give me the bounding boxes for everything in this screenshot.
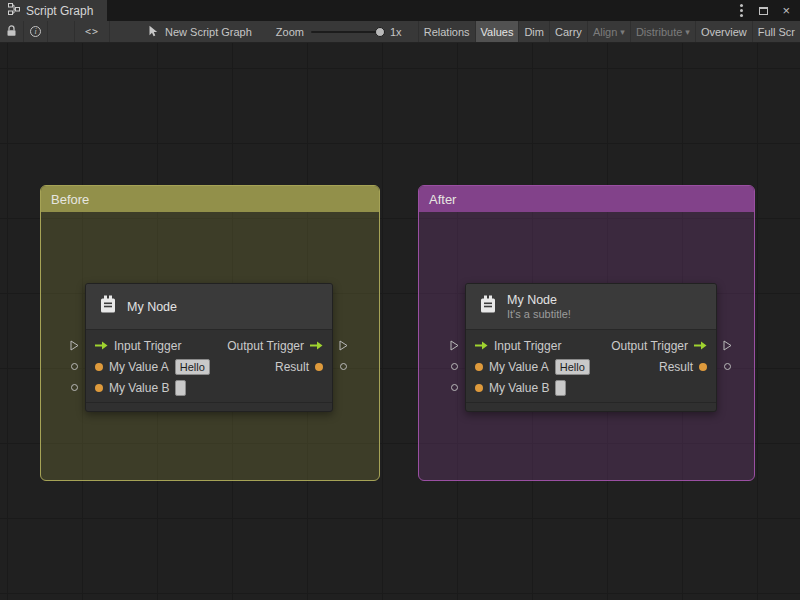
value-b-label: My Value B <box>489 381 549 395</box>
node-subtitle: It's a subtitle! <box>507 308 571 320</box>
graph-pointer-icon <box>148 25 159 39</box>
value-b-label: My Value B <box>109 381 169 395</box>
code-icon: <> <box>85 26 99 37</box>
node-ports: Input Trigger Output Trigger My Value A … <box>466 330 716 402</box>
zoom-slider-thumb[interactable] <box>375 27 385 37</box>
external-trigger-in-port-icon[interactable] <box>450 340 459 351</box>
node-footer <box>466 402 716 411</box>
inspect-button[interactable]: i <box>24 21 48 42</box>
close-icon[interactable]: × <box>782 4 790 17</box>
group-before-header[interactable]: Before <box>41 186 379 212</box>
result-label: Result <box>275 360 309 374</box>
node-title: My Node <box>127 300 177 314</box>
external-value-a-port-icon[interactable] <box>451 363 458 370</box>
result-label: Result <box>659 360 693 374</box>
titlebar: Script Graph × <box>0 0 800 21</box>
distribute-label: Distribute <box>636 26 682 38</box>
input-trigger-label: Input Trigger <box>494 339 561 353</box>
value-a-label: My Value A <box>109 360 169 374</box>
external-result-port-icon[interactable] <box>340 363 347 370</box>
external-trigger-out-port-icon[interactable] <box>339 340 348 351</box>
more-menu-icon[interactable] <box>740 9 743 12</box>
graph-name: New Script Graph <box>165 26 252 38</box>
port-row-trigger: Input Trigger Output Trigger <box>86 335 332 356</box>
input-trigger-label: Input Trigger <box>114 339 181 353</box>
external-trigger-out-port-icon[interactable] <box>723 340 732 351</box>
distribute-button[interactable]: Distribute ▾ <box>630 21 695 42</box>
value-a-field[interactable]: Hello <box>555 359 590 375</box>
value-a-port-icon[interactable] <box>95 363 103 371</box>
value-a-field[interactable]: Hello <box>175 359 210 375</box>
result-port-icon[interactable] <box>699 363 707 371</box>
node-header[interactable]: My Node It's a subtitle! <box>466 284 716 330</box>
zoom-label: Zoom <box>276 26 304 38</box>
group-before-title: Before <box>51 192 89 207</box>
group-after-title: After <box>429 192 456 207</box>
trigger-in-port-icon[interactable] <box>475 341 488 350</box>
lock-button[interactable] <box>0 21 24 42</box>
graph-name-cell[interactable]: New Script Graph <box>138 21 262 42</box>
graph-canvas[interactable]: Before After <box>0 43 800 600</box>
node-my-node-before[interactable]: My Node Input Trigger Output Trigger <box>85 283 333 412</box>
maximize-icon[interactable] <box>759 7 768 15</box>
zoom-value: 1x <box>390 26 402 38</box>
value-b-field[interactable] <box>555 380 566 396</box>
port-row-value-a: My Value A Hello Result <box>466 356 716 377</box>
value-b-port-icon[interactable] <box>95 384 103 392</box>
window-controls: × <box>738 0 800 21</box>
chevron-down-icon: ▾ <box>685 27 690 37</box>
dim-button[interactable]: Dim <box>518 21 549 42</box>
node-title: My Node <box>507 293 571 307</box>
fullscreen-button[interactable]: Full Scr <box>752 21 800 42</box>
chevron-down-icon: ▾ <box>620 27 625 37</box>
my-node-icon <box>98 294 118 319</box>
value-b-field[interactable] <box>175 380 186 396</box>
align-button[interactable]: Align ▾ <box>587 21 630 42</box>
group-after-header[interactable]: After <box>419 186 754 212</box>
toolbar-buttons: Relations Values Dim Carry Align ▾ Distr… <box>418 21 800 42</box>
code-preview-button[interactable]: <> <box>74 21 110 42</box>
tab-script-graph[interactable]: Script Graph <box>0 0 107 21</box>
output-trigger-label: Output Trigger <box>227 339 304 353</box>
output-trigger-label: Output Trigger <box>611 339 688 353</box>
graph-toolbar: i <> New Script Graph Zoom 1x Relations … <box>0 21 800 43</box>
external-trigger-in-port-icon[interactable] <box>70 340 79 351</box>
graph-icon <box>8 3 20 18</box>
external-value-a-port-icon[interactable] <box>71 363 78 370</box>
my-node-icon <box>478 294 498 319</box>
port-row-value-b: My Value B <box>466 377 716 398</box>
value-b-port-icon[interactable] <box>475 384 483 392</box>
port-row-trigger: Input Trigger Output Trigger <box>466 335 716 356</box>
node-header[interactable]: My Node <box>86 284 332 330</box>
node-my-node-after[interactable]: My Node It's a subtitle! Input Trigger O… <box>465 283 717 412</box>
lock-icon <box>6 25 17 39</box>
trigger-in-port-icon[interactable] <box>95 341 108 350</box>
external-result-port-icon[interactable] <box>724 363 731 370</box>
node-ports: Input Trigger Output Trigger My Value A … <box>86 330 332 402</box>
port-row-value-b: My Value B <box>86 377 332 398</box>
values-button[interactable]: Values <box>475 21 519 42</box>
align-label: Align <box>593 26 617 38</box>
info-icon: i <box>30 26 41 37</box>
tab-title: Script Graph <box>26 4 93 18</box>
trigger-out-port-icon[interactable] <box>310 341 323 350</box>
zoom-control: Zoom 1x <box>262 21 410 42</box>
relations-button[interactable]: Relations <box>418 21 475 42</box>
carry-button[interactable]: Carry <box>549 21 587 42</box>
result-port-icon[interactable] <box>315 363 323 371</box>
trigger-out-port-icon[interactable] <box>694 341 707 350</box>
port-row-value-a: My Value A Hello Result <box>86 356 332 377</box>
zoom-slider[interactable] <box>311 31 383 33</box>
value-a-port-icon[interactable] <box>475 363 483 371</box>
value-a-label: My Value A <box>489 360 549 374</box>
overview-button[interactable]: Overview <box>695 21 752 42</box>
external-value-b-port-icon[interactable] <box>451 384 458 391</box>
node-footer <box>86 402 332 411</box>
external-value-b-port-icon[interactable] <box>71 384 78 391</box>
script-graph-window: Script Graph × i <> <box>0 0 800 600</box>
